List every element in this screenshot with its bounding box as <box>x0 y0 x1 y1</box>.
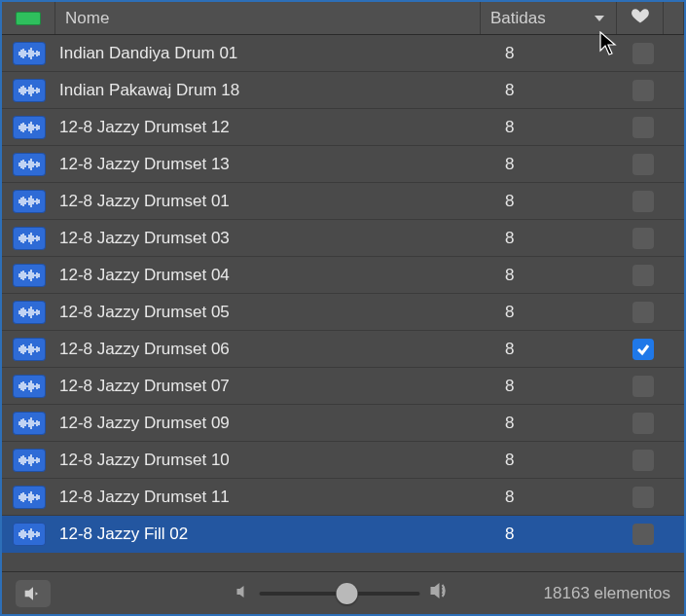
row-type-badge[interactable] <box>2 486 55 509</box>
row-favorite[interactable] <box>620 154 667 175</box>
row-favorite[interactable] <box>620 265 667 286</box>
row-name: 12-8 Jazzy Drumset 01 <box>55 192 484 211</box>
header-indicator-cell <box>2 2 55 34</box>
row-name: 12-8 Jazzy Fill 02 <box>55 525 484 544</box>
row-beats: 8 <box>484 81 620 100</box>
volume-control <box>235 582 451 604</box>
audio-loop-icon <box>13 190 46 213</box>
row-beats: 8 <box>484 451 620 470</box>
row-type-badge[interactable] <box>2 42 55 65</box>
table-header: Nome Batidas <box>2 2 684 35</box>
favorite-checkbox[interactable] <box>632 487 654 508</box>
favorite-checkbox[interactable] <box>632 524 654 545</box>
row-name: Indian Dandiya Drum 01 <box>55 44 484 63</box>
row-name: 12-8 Jazzy Drumset 07 <box>55 377 484 396</box>
favorite-checkbox[interactable] <box>632 450 654 471</box>
favorite-checkbox[interactable] <box>632 376 654 397</box>
row-type-badge[interactable] <box>2 79 55 102</box>
audio-loop-icon <box>13 264 46 287</box>
table-row[interactable]: 12-8 Jazzy Drumset 128 <box>2 109 684 146</box>
row-name: 12-8 Jazzy Drumset 09 <box>55 414 484 433</box>
row-beats: 8 <box>484 340 620 359</box>
row-type-badge[interactable] <box>2 264 55 287</box>
row-name: 12-8 Jazzy Drumset 05 <box>55 303 484 322</box>
column-header-name-label: Nome <box>65 9 109 28</box>
row-type-badge[interactable] <box>2 227 55 250</box>
row-favorite[interactable] <box>620 524 667 545</box>
favorite-checkbox[interactable] <box>632 117 654 138</box>
favorite-checkbox[interactable] <box>632 43 654 64</box>
row-beats: 8 <box>484 488 620 507</box>
favorite-checkbox[interactable] <box>632 302 654 323</box>
row-favorite[interactable] <box>620 413 667 434</box>
table-row[interactable]: 12-8 Jazzy Drumset 048 <box>2 257 684 294</box>
row-type-badge[interactable] <box>2 301 55 324</box>
volume-high-icon <box>429 582 451 604</box>
column-header-favorite[interactable] <box>617 2 664 34</box>
row-name: 12-8 Jazzy Drumset 04 <box>55 266 484 285</box>
row-type-badge[interactable] <box>2 338 55 361</box>
table-row[interactable]: 12-8 Jazzy Drumset 058 <box>2 294 684 331</box>
row-beats: 8 <box>484 303 620 322</box>
row-beats: 8 <box>484 44 620 63</box>
row-beats: 8 <box>484 525 620 544</box>
favorite-checkbox[interactable] <box>632 154 654 175</box>
row-favorite[interactable] <box>620 376 667 397</box>
speaker-play-icon <box>23 586 43 601</box>
favorite-checkbox[interactable] <box>632 413 654 434</box>
status-item-count: 18163 elementos <box>544 584 670 603</box>
preview-play-button[interactable] <box>16 580 51 607</box>
row-favorite[interactable] <box>620 43 667 64</box>
table-row[interactable]: 12-8 Jazzy Fill 028 <box>2 516 684 553</box>
view-indicator-pill[interactable] <box>16 12 41 25</box>
row-name: 12-8 Jazzy Drumset 10 <box>55 451 484 470</box>
table-row[interactable]: Indian Dandiya Drum 018 <box>2 35 684 72</box>
row-type-badge[interactable] <box>2 116 55 139</box>
audio-loop-icon <box>13 153 46 176</box>
table-row[interactable]: 12-8 Jazzy Drumset 118 <box>2 479 684 516</box>
row-beats: 8 <box>484 192 620 211</box>
row-favorite[interactable] <box>620 339 667 360</box>
favorite-checkbox[interactable] <box>632 265 654 286</box>
row-favorite[interactable] <box>620 487 667 508</box>
favorite-checkbox[interactable] <box>632 80 654 101</box>
row-name: 12-8 Jazzy Drumset 11 <box>55 488 484 507</box>
row-type-badge[interactable] <box>2 449 55 472</box>
heart-icon <box>631 6 650 30</box>
row-beats: 8 <box>484 377 620 396</box>
favorite-checkbox[interactable] <box>632 228 654 249</box>
table-row[interactable]: 12-8 Jazzy Drumset 068 <box>2 331 684 368</box>
volume-low-icon <box>235 584 249 603</box>
table-row[interactable]: 12-8 Jazzy Drumset 098 <box>2 405 684 442</box>
row-favorite[interactable] <box>620 80 667 101</box>
audio-loop-icon <box>13 42 46 65</box>
column-header-beats[interactable]: Batidas <box>481 2 617 34</box>
row-type-badge[interactable] <box>2 190 55 213</box>
table-row[interactable]: 12-8 Jazzy Drumset 038 <box>2 220 684 257</box>
row-favorite[interactable] <box>620 450 667 471</box>
audio-loop-icon <box>13 523 46 546</box>
volume-slider-thumb[interactable] <box>337 583 358 604</box>
favorite-checkbox[interactable] <box>632 191 654 212</box>
volume-slider[interactable] <box>259 592 419 596</box>
column-header-name[interactable]: Nome <box>55 2 481 34</box>
table-row[interactable]: 12-8 Jazzy Drumset 018 <box>2 183 684 220</box>
row-favorite[interactable] <box>620 302 667 323</box>
row-name: 12-8 Jazzy Drumset 12 <box>55 118 484 137</box>
audio-loop-icon <box>13 412 46 435</box>
row-type-badge[interactable] <box>2 523 55 546</box>
table-row[interactable]: 12-8 Jazzy Drumset 138 <box>2 146 684 183</box>
row-beats: 8 <box>484 155 620 174</box>
audio-loop-icon <box>13 116 46 139</box>
table-row[interactable]: 12-8 Jazzy Drumset 078 <box>2 368 684 405</box>
row-type-badge[interactable] <box>2 375 55 398</box>
row-type-badge[interactable] <box>2 153 55 176</box>
table-row[interactable]: 12-8 Jazzy Drumset 108 <box>2 442 684 479</box>
audio-loop-icon <box>13 227 46 250</box>
table-row[interactable]: Indian Pakawaj Drum 188 <box>2 72 684 109</box>
row-favorite[interactable] <box>620 191 667 212</box>
row-favorite[interactable] <box>620 228 667 249</box>
favorite-checkbox[interactable] <box>632 339 654 360</box>
row-favorite[interactable] <box>620 117 667 138</box>
row-type-badge[interactable] <box>2 412 55 435</box>
